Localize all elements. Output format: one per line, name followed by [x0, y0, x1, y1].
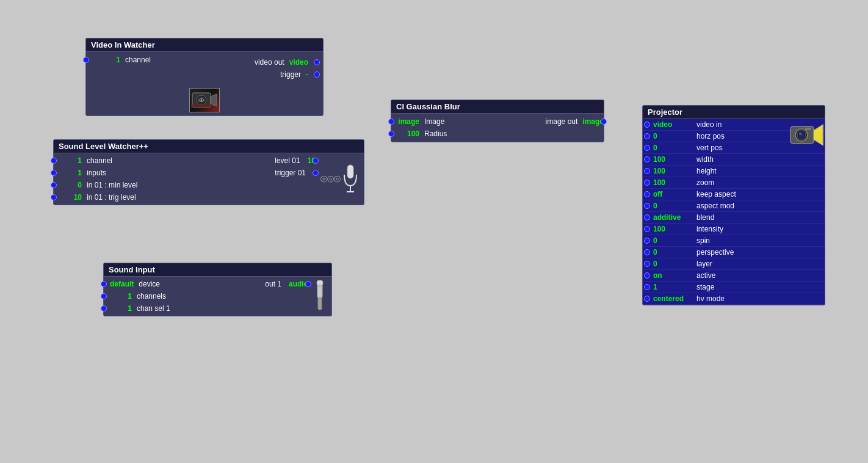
svg-rect-12 — [318, 297, 322, 310]
proj-row-intensity: 100 intensity — [643, 224, 825, 235]
slw-inputs-label: inputs — [84, 169, 109, 177]
video-out-label: video out — [252, 58, 287, 67]
port-proj-blend[interactable] — [644, 214, 650, 221]
sound-level-watcher-node: Sound Level Watcher++ 1 channel level 01… — [53, 139, 364, 205]
port-dot-video-out[interactable] — [314, 59, 320, 65]
port-si-device[interactable] — [101, 281, 107, 287]
projector-icon-svg — [788, 120, 823, 150]
port-slw-minlevel[interactable] — [51, 182, 57, 188]
trigger-label: trigger — [278, 70, 303, 79]
si-out-label: out 1 — [262, 280, 284, 288]
slw-triglevel-value: 10 — [54, 193, 84, 202]
video-in-watcher-node: Video In Watcher 1 channel video out — [85, 38, 324, 116]
port-proj-aspectmod[interactable] — [644, 203, 650, 209]
proj-horzpos-label: horz pos — [694, 132, 725, 140]
port-dot-channel-in[interactable] — [83, 57, 89, 63]
port-cgb-image-in[interactable] — [388, 118, 394, 125]
port-slw-trigger-out[interactable] — [313, 170, 319, 176]
proj-keepaspect-value: off — [651, 190, 694, 199]
slw-inputs-value: 1 — [54, 169, 84, 177]
projector-title-text: Projector — [648, 108, 682, 117]
mic-icon — [342, 164, 359, 194]
si-mic-icon — [313, 280, 327, 312]
port-proj-active[interactable] — [644, 272, 650, 279]
video-in-watcher-title: Video In Watcher — [86, 38, 323, 52]
proj-video-label: video in — [694, 120, 722, 129]
ci-gaussian-blur-node: CI Gaussian Blur image Image image out i… — [391, 100, 604, 142]
port-si-channels[interactable] — [101, 293, 107, 299]
proj-hvmode-value: centered — [651, 294, 694, 303]
proj-spin-value: 0 — [651, 236, 694, 245]
port-proj-spin[interactable] — [644, 238, 650, 244]
proj-hvmode-label: hv mode — [694, 294, 725, 303]
cgb-image-label: Image — [422, 117, 458, 126]
cgb-radius-label: Radius — [422, 129, 449, 138]
sound-input-title: Sound Input — [104, 263, 331, 277]
proj-height-value: 100 — [651, 167, 694, 175]
slw-level-label: level 01 — [272, 156, 302, 165]
port-slw-channel[interactable] — [51, 158, 57, 164]
si-row-2: 1 channels — [104, 290, 308, 302]
slw-channel-label: channel — [84, 156, 115, 165]
port-proj-stage[interactable] — [644, 284, 650, 290]
port-dot-trigger[interactable] — [314, 71, 320, 78]
si-chansel-label: chan sel 1 — [134, 304, 173, 313]
proj-row-keepaspect: off keep aspect — [643, 189, 825, 200]
port-proj-width[interactable] — [644, 156, 650, 162]
cgb-row-image: image Image image out image — [391, 115, 604, 128]
si-mic-icon-area — [308, 277, 331, 316]
proj-intensity-label: intensity — [694, 225, 723, 233]
projector-body: video video in 0 horz pos 0 vert pos 100… — [643, 119, 825, 305]
channel-label: channel — [123, 56, 153, 64]
svg-point-19 — [799, 133, 801, 135]
slw-row-3: 0 in 01 : min level — [54, 179, 316, 191]
port-slw-level-out[interactable] — [313, 158, 319, 164]
port-proj-hvmode[interactable] — [644, 296, 650, 302]
proj-horzpos-value: 0 — [651, 132, 694, 140]
mic-icon-area: ⦾⦾⦾ — [316, 153, 364, 205]
projector-node: Projector video vi — [642, 105, 825, 305]
port-proj-vertpos[interactable] — [644, 145, 650, 151]
channel-value: 1 — [92, 56, 123, 64]
port-proj-layer[interactable] — [644, 261, 650, 267]
port-proj-zoom[interactable] — [644, 180, 650, 186]
si-device-label: device — [136, 280, 162, 288]
proj-keepaspect-label: keep aspect — [694, 190, 736, 199]
port-proj-perspective[interactable] — [644, 249, 650, 255]
port-proj-keepaspect[interactable] — [644, 191, 650, 197]
proj-vertpos-value: 0 — [651, 144, 694, 152]
proj-zoom-label: zoom — [694, 178, 714, 187]
svg-rect-7 — [347, 165, 353, 178]
proj-perspective-value: 0 — [651, 248, 694, 257]
port-proj-video[interactable] — [644, 122, 650, 128]
slw-minlevel-label: in 01 : min level — [84, 181, 140, 189]
video-thumbnail — [189, 88, 220, 112]
proj-blend-value: additive — [651, 213, 694, 222]
port-proj-horzpos[interactable] — [644, 133, 650, 139]
video-out-value: video — [289, 58, 308, 67]
port-slw-triglevel[interactable] — [51, 194, 57, 200]
proj-vertpos-label: vert pos — [694, 144, 723, 152]
port-proj-intensity[interactable] — [644, 226, 650, 232]
port-cgb-image-out[interactable] — [601, 118, 607, 125]
proj-video-value: video — [651, 120, 694, 129]
proj-width-label: width — [694, 155, 714, 164]
port-slw-inputs[interactable] — [51, 170, 57, 176]
proj-active-label: active — [694, 271, 715, 280]
port-cgb-radius-in[interactable] — [388, 131, 394, 137]
proj-row-width: 100 width — [643, 154, 825, 166]
port-si-out[interactable] — [305, 281, 311, 287]
proj-aspectmod-label: aspect mod — [694, 202, 734, 210]
slw-trigger-label: trigger 01 — [272, 169, 308, 177]
proj-row-height: 100 height — [643, 166, 825, 177]
port-si-chansel[interactable] — [101, 305, 107, 312]
svg-point-11 — [317, 280, 323, 286]
cgb-row-radius: 100 Radius — [391, 128, 604, 140]
port-proj-height[interactable] — [644, 168, 650, 174]
proj-row-active: on active — [643, 270, 825, 282]
proj-height-label: height — [694, 167, 717, 175]
proj-row-hvmode: centered hv mode — [643, 293, 825, 305]
trigger-value: - — [306, 70, 308, 79]
si-row-3: 1 chan sel 1 — [104, 302, 308, 315]
cgb-imageout-label: image out — [543, 117, 580, 126]
